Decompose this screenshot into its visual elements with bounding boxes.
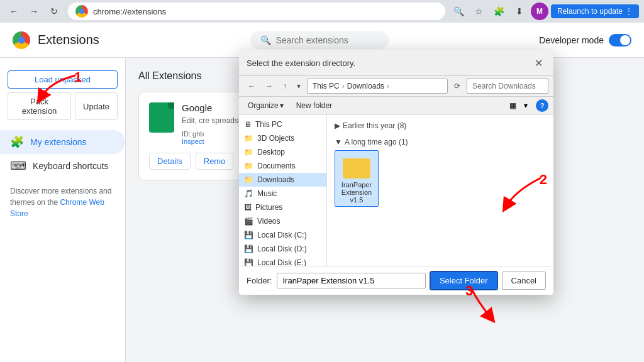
breadcrumb-this-pc: This PC [313, 82, 340, 90]
search-bar[interactable]: 🔍 [250, 31, 389, 49]
dev-mode-toggle: Developer mode [539, 34, 631, 47]
dialog-group-earlier-header[interactable]: ▶ Earlier this year (8) [332, 120, 548, 131]
dialog-sidebar-videos[interactable]: 🎬 Videos [239, 214, 326, 228]
cancel-button[interactable]: Cancel [502, 272, 546, 290]
breadcrumb-sep-2: › [387, 82, 389, 90]
downloads-icon: 📁 [244, 175, 253, 184]
local-disk-c-icon: 💾 [244, 231, 253, 239]
local-disk-d-icon: 💾 [244, 244, 253, 253]
dialog-sidebar-local-e[interactable]: 💾 Local Disk (E:) [239, 256, 326, 266]
address-bar[interactable]: chrome://extensions [68, 3, 445, 20]
sidebar-item-my-extensions[interactable]: 🧩 My extensions [0, 130, 125, 154]
dialog-body: 🖥 This PC 📁 3D Objects 📁 Desktop 📁 Docum… [239, 115, 553, 266]
extension-icon [149, 102, 174, 133]
back-button[interactable]: ← [5, 3, 23, 20]
dialog-sidebar-local-d[interactable]: 💾 Local Disk (D:) [239, 242, 326, 256]
dialog-sidebar-music[interactable]: 🎵 Music [239, 187, 326, 200]
folder-label: Folder: [247, 276, 272, 285]
dialog-footer: Folder: Select Folder Cancel [239, 266, 553, 295]
sidebar-item-keyboard-shortcuts[interactable]: ⌨ Keyboard shortcuts [0, 154, 125, 178]
breadcrumb-sep-1: › [342, 82, 345, 90]
chevron-down-icon: ▼ [335, 138, 342, 146]
download-icon[interactable]: ⬇ [511, 3, 528, 20]
dialog-search-input[interactable] [467, 79, 548, 94]
folder-icon [341, 153, 372, 178]
dialog-sidebar-local-c[interactable]: 💾 Local Disk (C:) [239, 228, 326, 242]
chevron-right-icon: ▶ [335, 121, 340, 130]
dialog-sidebar: 🖥 This PC 📁 3D Objects 📁 Desktop 📁 Docum… [239, 115, 327, 266]
relaunch-button[interactable]: Relaunch to update ⋮ [551, 4, 639, 18]
extensions-icon[interactable]: 🧩 [491, 3, 508, 20]
dialog-close-button[interactable]: ✕ [531, 55, 546, 70]
dialog-back-button[interactable]: ← [244, 80, 259, 92]
nav-buttons: ← → ↻ [5, 3, 63, 20]
dialog-group-earlier: ▶ Earlier this year (8) [332, 120, 548, 131]
dev-mode-switch[interactable] [609, 34, 631, 47]
dialog-group-longtime: ▼ A long time ago (1) IranPaper Extensio… [332, 136, 548, 209]
dialog-recent-button[interactable]: ▾ [293, 80, 304, 92]
dialog-main: ▶ Earlier this year (8) ▼ A long time ag… [327, 115, 553, 266]
view-list-button[interactable]: ▦ [506, 99, 519, 112]
chrome-titlebar: ← → ↻ chrome://extensions 🔍 ☆ 🧩 ⬇ M Rela… [0, 0, 644, 23]
desktop-icon: 📁 [244, 148, 253, 156]
toolbar-icons: 🔍 ☆ 🧩 ⬇ M Relaunch to update ⋮ [450, 3, 639, 20]
load-unpacked-button[interactable]: Load unpacked [8, 70, 118, 89]
this-pc-icon: 🖥 [244, 120, 252, 129]
dev-mode-label: Developer mode [539, 35, 604, 45]
file-item-iranpaper[interactable]: IranPaper Extension v1.5 [335, 150, 379, 207]
longtime-group-label: A long time ago (1) [345, 138, 408, 146]
dialog-toolbar: Organize ▾ New folder ▦ ▾ ? [239, 97, 553, 115]
breadcrumb[interactable]: This PC › Downloads › [307, 79, 448, 94]
my-extensions-label: My extensions [30, 137, 86, 147]
dialog-sidebar-documents[interactable]: 📁 Documents [239, 159, 326, 173]
dialog-sidebar-this-pc[interactable]: 🖥 This PC [239, 118, 326, 131]
url-text: chrome://extensions [93, 7, 166, 16]
documents-icon: 📁 [244, 162, 253, 170]
chrome-logo-icon [75, 5, 88, 18]
pack-extension-button[interactable]: Pack extension [8, 92, 71, 120]
dialog-group-longtime-header[interactable]: ▼ A long time ago (1) [332, 136, 548, 148]
action-buttons: Load unpacked Pack extension Update [0, 65, 125, 125]
dialog-up-button[interactable]: ↑ [279, 80, 291, 92]
earlier-group-label: Earlier this year (8) [343, 121, 406, 130]
dialog-sidebar-downloads[interactable]: 📁 Downloads [239, 173, 326, 187]
file-label-iranpaper: IranPaper Extension v1.5 [338, 181, 375, 204]
folder-input[interactable] [277, 273, 425, 288]
title-area: Extensions [13, 31, 99, 49]
dialog-refresh-button[interactable]: ⟳ [450, 80, 464, 92]
organize-arrow-icon: ▾ [280, 101, 284, 110]
dialog-files: IranPaper Extension v1.5 [332, 148, 548, 209]
sidebar-nav: 🧩 My extensions ⌨ Keyboard shortcuts [0, 130, 125, 178]
view-dropdown-button[interactable]: ▾ [521, 99, 531, 112]
music-icon: 🎵 [244, 189, 253, 198]
profile-button[interactable]: M [531, 3, 548, 20]
keyboard-shortcuts-label: Keyboard shortcuts [33, 161, 109, 171]
file-dialog: Select the extension directory. ✕ ← → ↑ … [239, 50, 553, 295]
relaunch-more-icon: ⋮ [625, 7, 633, 16]
new-folder-button[interactable]: New folder [292, 99, 336, 112]
dialog-sidebar-pictures[interactable]: 🖼 Pictures [239, 200, 326, 214]
bookmark-icon[interactable]: ☆ [470, 3, 488, 20]
organize-label: Organize [248, 101, 279, 110]
remove-button[interactable]: Remo [196, 153, 234, 170]
select-folder-button[interactable]: Select Folder [431, 272, 497, 289]
refresh-button[interactable]: ↻ [45, 3, 63, 20]
help-button[interactable]: ? [536, 99, 548, 112]
organize-button[interactable]: Organize ▾ [244, 99, 287, 112]
secondary-btn-row: Pack extension Update [8, 92, 118, 120]
chrome-icon [13, 31, 30, 49]
dialog-sidebar-desktop[interactable]: 📁 Desktop [239, 145, 326, 159]
search-input[interactable] [276, 35, 386, 45]
keyboard-shortcuts-icon: ⌨ [10, 159, 26, 173]
dialog-title: Select the extension directory. [247, 58, 355, 68]
search-icon: 🔍 [260, 35, 271, 45]
dialog-titlebar: Select the extension directory. ✕ [239, 50, 553, 76]
update-button[interactable]: Update [75, 92, 118, 120]
details-button[interactable]: Details [149, 153, 191, 170]
dialog-forward-button[interactable]: → [262, 80, 277, 92]
forward-button[interactable]: → [25, 3, 43, 20]
relaunch-label: Relaunch to update [557, 7, 623, 16]
search-icon[interactable]: 🔍 [450, 3, 468, 20]
dialog-sidebar-3d-objects[interactable]: 📁 3D Objects [239, 131, 326, 145]
view-icons: ▦ ▾ [506, 99, 531, 112]
